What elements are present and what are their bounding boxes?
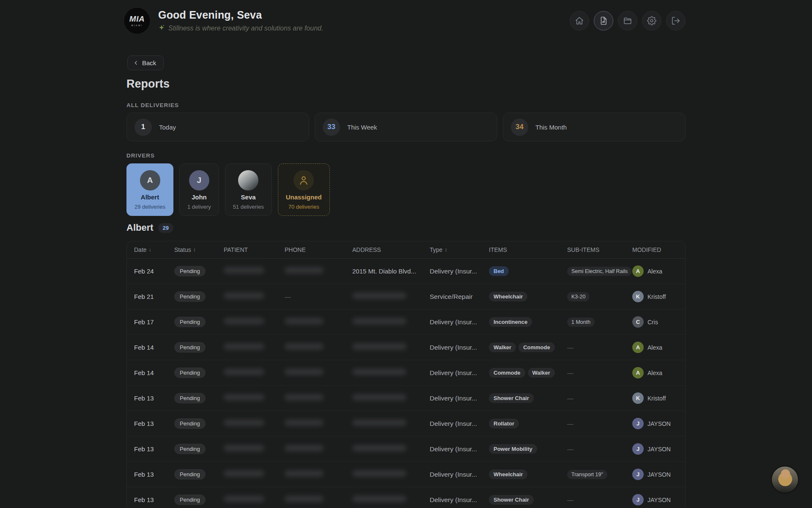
item-tag: Walker [528,368,555,378]
modified-by-name: Kristoff [647,293,666,300]
cell-type: Delivery (Insur... [430,471,489,478]
driver-initial-avatar: J [189,170,209,190]
address-redacted-blob [352,343,406,350]
phone-redacted-wrap [285,471,324,478]
modified-by-name: Alexa [647,344,662,351]
driver-name: Albert [141,193,159,201]
user-avatar[interactable] [772,467,798,493]
driver-card-seva[interactable]: Seva51 deliveries [225,163,272,216]
patient-redacted-blob [224,496,264,502]
patient-redacted-blob [224,318,264,324]
driver-card-unassigned[interactable]: Unassigned70 deliveries [278,163,330,216]
driver-card-albert[interactable]: AAlbert29 deliveries [126,163,173,216]
column-header-type[interactable]: Type↕ [430,246,489,253]
status-badge: Pending [174,291,206,302]
phone-redacted-wrap [285,445,324,453]
table-row[interactable]: Feb 13PendingDelivery (Insur...Shower Ch… [127,386,685,411]
logout-icon [671,16,680,25]
modified-by-avatar: K [632,392,644,404]
cell-address [352,420,430,428]
column-label: SUB-ITEMS [567,246,599,253]
table-row[interactable]: Feb 14PendingDelivery (Insur...CommodeWa… [127,360,685,386]
subitem-dash: — [567,420,573,427]
stat-card-today[interactable]: 1Today [126,113,309,141]
table-row[interactable]: Feb 14PendingDelivery (Insur...WalkerCom… [127,335,685,360]
cell-phone [285,470,352,478]
phone-redacted-wrap [285,268,324,275]
address-redacted-blob [352,445,406,451]
cell-items: Incontinence [489,317,567,327]
stat-card-this-week[interactable]: 33This Week [315,113,497,141]
table-count-badge: 29 [158,223,173,233]
table-row[interactable]: Feb 13PendingDelivery (Insur...Rollator—… [127,411,685,436]
table-row[interactable]: Feb 13PendingDelivery (Insur...Shower Ch… [127,487,685,508]
table-row[interactable]: Feb 13PendingDelivery (Insur...Power Mob… [127,436,685,462]
subitem-dash: — [567,369,573,376]
column-header-items: ITEMS [489,246,567,253]
status-badge: Pending [174,418,206,429]
cell-phone [285,496,352,504]
back-button[interactable]: Back [127,55,164,70]
content-column: MIA MIAMI Good Evening, Seva Stillness i… [126,0,686,508]
address-redacted-wrap [352,369,406,376]
nav-button-settings[interactable] [642,11,661,30]
quote-text: Stillness is where creativity and soluti… [168,25,323,32]
cell-status: Pending [174,266,224,276]
phone-redacted-wrap [285,318,324,326]
column-header-date[interactable]: Date↓ [134,246,174,253]
stat-label: Today [159,124,176,131]
cell-type: Delivery (Insur... [430,445,489,453]
cell-subitems: K3-20 [567,292,632,301]
column-label: ITEMS [489,246,507,253]
sparkle-icon [158,24,165,33]
cell-status: Pending [174,444,224,454]
cell-date: Feb 21 [134,293,174,300]
stat-card-this-month[interactable]: 34This Month [503,113,686,141]
table-row[interactable]: Feb 21Pending—Service/RepairWheelchairK3… [127,284,685,309]
cell-status: Pending [174,494,224,505]
modified-by-avatar: K [632,291,644,302]
nav-button-home[interactable] [570,11,589,30]
cell-items: WalkerCommode [489,342,567,352]
stat-value: 1 [134,119,152,136]
table-row[interactable]: Feb 24Pending2015 Mt. Diablo Blvd...Deli… [127,259,685,284]
cell-subitems: — [567,445,632,453]
subitem-dash: — [567,344,573,351]
modified-by-name: JAYSON [647,446,671,453]
cell-phone [285,369,352,377]
chevron-left-icon [133,60,139,66]
column-label: Date [134,246,147,253]
nav-button-logout[interactable] [666,11,686,30]
patient-redacted-blob [224,445,264,451]
column-label: MODIFIED [632,246,661,253]
cell-date: Feb 13 [134,496,174,503]
patient-redacted-wrap [224,344,264,351]
gear-icon [647,16,656,25]
item-tag: Shower Chair [489,495,534,505]
stat-label: This Week [347,124,377,131]
company-logo: MIA MIAMI [124,8,150,34]
cell-patient [224,420,285,428]
table-row[interactable]: Feb 17PendingDelivery (Insur...Incontine… [127,309,685,335]
nav-button-reports[interactable] [594,11,613,30]
subitem-dash: — [567,496,573,503]
sort-updown-icon: ↕ [444,247,447,253]
address-redacted-blob [352,293,406,299]
column-header-patient: PATIENT [224,246,285,253]
driver-count: 70 deliveries [288,204,319,210]
address-redacted-wrap [352,445,406,453]
column-label: PATIENT [224,246,248,253]
driver-card-john[interactable]: JJohn1 delivery [179,163,219,216]
cell-modified: AAlexa [632,265,685,277]
table-row[interactable]: Feb 13PendingDelivery (Insur...Wheelchai… [127,462,685,487]
address-redacted-wrap [352,496,406,503]
nav-button-files[interactable] [618,11,637,30]
cell-subitems: 1 Month [567,318,632,327]
cell-patient [224,293,285,301]
address-redacted-blob [352,470,406,477]
modified-by-name: Alexa [647,268,662,275]
column-header-status[interactable]: Status↕ [174,246,224,253]
cell-address [352,470,430,478]
table-title: Albert [126,222,154,233]
stat-value: 34 [511,119,528,136]
